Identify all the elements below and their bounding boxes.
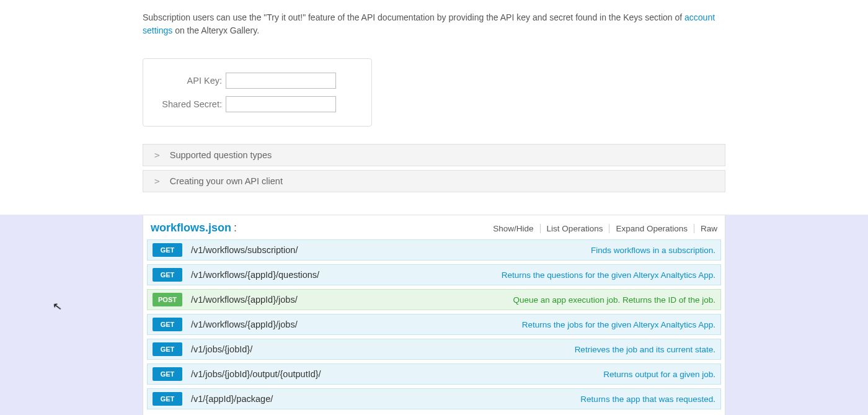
- endpoint-description[interactable]: Returns output for a given job.: [603, 370, 715, 379]
- endpoints-list: GET/v1/workflows/subscription/Finds work…: [143, 239, 725, 415]
- endpoint-description[interactable]: Returns the jobs for the given Alteryx A…: [522, 320, 715, 329]
- endpoint-path: /v1/workflows/subscription/: [191, 245, 298, 255]
- endpoint-description[interactable]: Queue an app execution job. Returns the …: [513, 295, 715, 305]
- action-list-operations[interactable]: List Operations: [541, 224, 610, 233]
- action-raw[interactable]: Raw: [694, 224, 717, 233]
- api-key-input[interactable]: [226, 73, 336, 89]
- chevron-right-icon: >: [154, 176, 160, 186]
- endpoint-path: /v1/workflows/{appId}/jobs/: [191, 295, 298, 305]
- method-badge-post: POST: [153, 293, 182, 306]
- chevron-right-icon: >: [154, 150, 160, 160]
- method-badge-get: GET: [153, 342, 182, 356]
- endpoint-path: /v1/workflows/{appId}/questions/: [191, 270, 319, 280]
- accordion-item-api-client[interactable]: > Creating your own API client: [143, 170, 725, 192]
- action-show-hide[interactable]: Show/Hide: [487, 224, 540, 233]
- endpoint-description[interactable]: Returns the questions for the given Alte…: [502, 270, 715, 280]
- api-key-label: API Key:: [161, 76, 226, 86]
- accordion: > Supported question types > Creating yo…: [143, 144, 725, 192]
- endpoint-path: /v1/jobs/{jobId}/output/{outputId}/: [191, 369, 321, 379]
- shared-secret-input[interactable]: [226, 96, 336, 112]
- endpoint-row[interactable]: GET/v1/{appId}/package/Returns the app t…: [147, 388, 721, 409]
- endpoint-path: /v1/workflows/{appId}/jobs/: [191, 319, 298, 329]
- accordion-label: Creating your own API client: [170, 176, 283, 186]
- intro-paragraph: Subscription users can use the "Try it o…: [143, 0, 725, 37]
- api-title[interactable]: workflows.json: [151, 221, 231, 234]
- shared-secret-label: Shared Secret:: [161, 99, 226, 109]
- endpoint-row[interactable]: GET/v1/workflows/subscription/Finds work…: [147, 239, 721, 261]
- method-badge-get: GET: [153, 367, 182, 381]
- endpoint-description[interactable]: Returns the app that was requested.: [580, 395, 715, 404]
- endpoint-row[interactable]: GET/v1/jobs/{jobId}/output/{outputId}/Re…: [147, 364, 721, 385]
- api-title-colon: :: [234, 221, 237, 234]
- endpoint-row[interactable]: GET/v1/workflows/{appId}/questions/Retur…: [147, 264, 721, 285]
- api-block: workflows.json : Show/Hide List Operatio…: [143, 215, 725, 415]
- intro-text-after: on the Alteryx Gallery.: [172, 25, 259, 35]
- method-badge-get: GET: [153, 268, 182, 282]
- accordion-label: Supported question types: [170, 150, 272, 160]
- endpoint-description[interactable]: Retrieves the job and its current state.: [575, 345, 715, 354]
- action-expand-operations[interactable]: Expand Operations: [609, 224, 694, 233]
- endpoint-row[interactable]: GET/v1/workflows/{appId}/jobs/Returns th…: [147, 314, 721, 335]
- credentials-box: API Key: Shared Secret:: [143, 58, 372, 127]
- endpoint-description[interactable]: Finds workflows in a subscription.: [591, 246, 715, 255]
- method-badge-get: GET: [153, 318, 182, 331]
- method-badge-get: GET: [153, 243, 182, 257]
- intro-text-before: Subscription users can use the "Try it o…: [143, 12, 684, 22]
- endpoint-row[interactable]: GET/v1/jobs/{jobId}/Retrieves the job an…: [147, 339, 721, 360]
- method-badge-get: GET: [153, 392, 182, 406]
- endpoint-row[interactable]: POST/v1/workflows/{appId}/jobs/Queue an …: [147, 289, 721, 310]
- accordion-item-question-types[interactable]: > Supported question types: [143, 144, 725, 166]
- endpoint-path: /v1/{appId}/package/: [191, 394, 273, 404]
- endpoint-path: /v1/jobs/{jobId}/: [191, 344, 252, 354]
- api-actions: Show/Hide List Operations Expand Operati…: [487, 224, 717, 233]
